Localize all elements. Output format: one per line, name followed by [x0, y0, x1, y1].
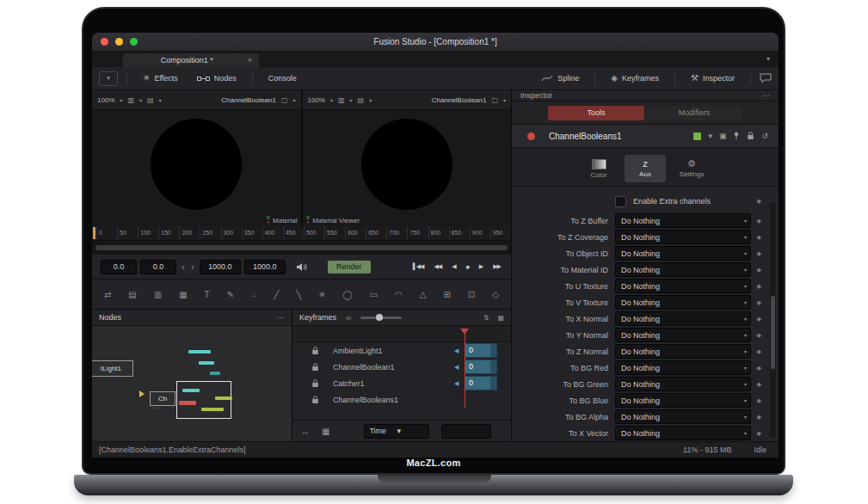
- channel-dropdown[interactable]: Do Nothing ▾: [615, 230, 751, 244]
- spline-button[interactable]: Spline: [534, 70, 586, 87]
- keyframe-diamond-icon[interactable]: ◆: [757, 414, 761, 421]
- tab-tools[interactable]: Tools: [548, 106, 644, 120]
- inspector-button[interactable]: ⚒ Inspector: [684, 70, 742, 87]
- prev-key-arrow-icon[interactable]: ◀: [454, 364, 465, 371]
- subtab-aux[interactable]: Z Aux: [625, 155, 666, 182]
- stop-button[interactable]: ■: [466, 264, 469, 270]
- keyframe-diamond-icon[interactable]: ◆: [757, 299, 761, 306]
- channel-dropdown[interactable]: Do Nothing ▾: [615, 262, 751, 277]
- node-channelboolean[interactable]: Ch: [150, 391, 175, 406]
- time-mode-dropdown[interactable]: Time ▾: [364, 424, 429, 439]
- node-graph[interactable]: tLight1 Ch ···: [92, 326, 292, 441]
- chevron-down-icon[interactable]: ▾: [369, 97, 372, 103]
- fast-rewind-button[interactable]: ◀◀: [434, 263, 441, 270]
- zoom-level[interactable]: 100%: [308, 96, 325, 104]
- subtab-color[interactable]: Color: [578, 155, 619, 182]
- keyframe-value-cell[interactable]: 0: [465, 360, 497, 374]
- chevron-down-icon[interactable]: ▾: [503, 97, 506, 103]
- slider-handle[interactable]: [376, 314, 383, 321]
- lock-icon[interactable]: [311, 396, 319, 404]
- node-mini[interactable]: [199, 361, 214, 365]
- keyframe-diamond-icon[interactable]: ◆: [757, 332, 761, 339]
- lut-icon[interactable]: ▢: [491, 96, 498, 104]
- viewer2-canvas[interactable]: Y + Material Viewer: [303, 110, 512, 226]
- bspline-mask-tool-icon[interactable]: ◠: [395, 290, 403, 299]
- keyframe-diamond-icon[interactable]: ◆: [757, 267, 761, 274]
- keyframes-button[interactable]: ◈ Keyframes: [604, 70, 666, 87]
- chevron-down-icon[interactable]: ▾: [120, 97, 122, 103]
- chevron-down-icon[interactable]: ▾: [708, 132, 712, 140]
- render-range-marker[interactable]: [93, 227, 95, 239]
- panel-menu-icon[interactable]: ⋯: [762, 91, 770, 100]
- rect-mask-tool-icon[interactable]: ▭: [370, 290, 378, 299]
- keyframe-diamond-icon[interactable]: ◆: [757, 381, 761, 388]
- grid-icon[interactable]: ▦: [322, 427, 329, 436]
- range-end-field[interactable]: 1000.0: [200, 260, 241, 274]
- inspector-scrollbar[interactable]: [770, 202, 776, 438]
- keyframe-diamond-icon[interactable]: ◆: [757, 218, 761, 224]
- chevron-down-icon[interactable]: ▾: [350, 97, 353, 103]
- stroke-tool-icon[interactable]: ╲: [296, 290, 301, 299]
- split-view-icon[interactable]: ▤: [147, 96, 154, 104]
- keyframe-diamond-icon[interactable]: ◆: [757, 397, 761, 404]
- keyframe-diamond-icon[interactable]: ◆: [757, 430, 761, 437]
- nodes-button[interactable]: Nodes: [190, 70, 243, 87]
- node-mini[interactable]: [188, 350, 211, 353]
- pin-icon[interactable]: [733, 132, 740, 140]
- keyframe-diamond-icon[interactable]: ◆: [757, 348, 761, 355]
- channel-dropdown[interactable]: Do Nothing ▾: [615, 213, 751, 228]
- close-icon[interactable]: ×: [248, 56, 252, 65]
- goto-start-button[interactable]: ▌◀◀: [413, 263, 424, 270]
- io-tool-icon[interactable]: ⇄: [104, 290, 111, 299]
- scrollbar-thumb[interactable]: [95, 245, 508, 250]
- keyframe-diamond-icon[interactable]: ◆: [757, 365, 761, 372]
- keyframe-diamond-icon[interactable]: ◆: [757, 316, 761, 323]
- paint-tool-icon[interactable]: ✎: [227, 290, 234, 299]
- channel-dropdown[interactable]: Do Nothing ▾: [615, 295, 751, 310]
- keyframe-value-cell[interactable]: 0: [465, 376, 497, 390]
- keyframes-timebar[interactable]: [292, 326, 511, 342]
- chevron-down-icon[interactable]: ▾: [139, 97, 142, 103]
- node-enable-toggle[interactable]: [527, 132, 535, 140]
- step-prev-icon[interactable]: ‹: [180, 262, 186, 272]
- zoom-slider[interactable]: [360, 317, 402, 319]
- node-mini[interactable]: [182, 389, 200, 392]
- channel-dropdown[interactable]: Do Nothing ▾: [615, 279, 751, 293]
- global-end-field[interactable]: 1000.0: [244, 260, 286, 274]
- channel-dropdown[interactable]: Do Nothing ▾: [615, 344, 751, 359]
- prev-key-arrow-icon[interactable]: ◀: [454, 347, 465, 354]
- keyframe-value-cell[interactable]: 0: [465, 343, 497, 358]
- speaker-icon[interactable]: [296, 262, 307, 272]
- time-ruler[interactable]: 0 50 100 150 200 250: [92, 226, 511, 241]
- keyframe-diamond-icon[interactable]: ◆: [757, 234, 761, 241]
- split-view-icon[interactable]: ▤: [358, 96, 365, 104]
- enable-extra-channels-checkbox[interactable]: [615, 196, 626, 207]
- channel-dropdown[interactable]: Do Nothing ▾: [615, 377, 751, 391]
- pan-icon[interactable]: ◃▹: [345, 314, 352, 322]
- node-mini[interactable]: [201, 408, 224, 411]
- node-mini[interactable]: [210, 372, 220, 375]
- resize-tool-icon[interactable]: ◇: [492, 290, 499, 299]
- particles-tool-icon[interactable]: ∴: [251, 290, 256, 299]
- media-in-tool-icon[interactable]: ▤: [128, 290, 136, 299]
- versions-icon[interactable]: ▣: [719, 132, 727, 140]
- sort-icon[interactable]: ⇅: [483, 314, 489, 322]
- render-button[interactable]: Render: [328, 261, 371, 274]
- node-color-swatch[interactable]: [693, 132, 701, 140]
- node-mini[interactable]: [179, 401, 196, 405]
- chevron-down-icon[interactable]: ▾: [330, 97, 333, 103]
- layout-dropdown-button[interactable]: ▾: [99, 71, 118, 86]
- viewed-node-name[interactable]: ChannelBoolean1: [221, 96, 276, 104]
- tab-composition1[interactable]: Composition1 * ×: [123, 53, 259, 67]
- play-button[interactable]: ▶: [479, 263, 483, 270]
- fast-forward-button[interactable]: ▶▶: [493, 263, 501, 270]
- chevron-down-icon[interactable]: ▾: [292, 97, 295, 103]
- spreadsheet-icon[interactable]: ▦: [497, 314, 504, 322]
- panel-menu-icon[interactable]: ⋯: [277, 313, 285, 322]
- chevron-down-icon[interactable]: ▾: [159, 97, 162, 103]
- channel-dropdown[interactable]: Do Nothing ▾: [615, 393, 751, 408]
- timeline-scrollbar[interactable]: [92, 241, 511, 255]
- fit-horizontal-icon[interactable]: ↔: [301, 427, 310, 436]
- merge-tool-icon[interactable]: ⊞: [444, 290, 451, 299]
- channel-dropdown[interactable]: Do Nothing ▾: [615, 409, 751, 424]
